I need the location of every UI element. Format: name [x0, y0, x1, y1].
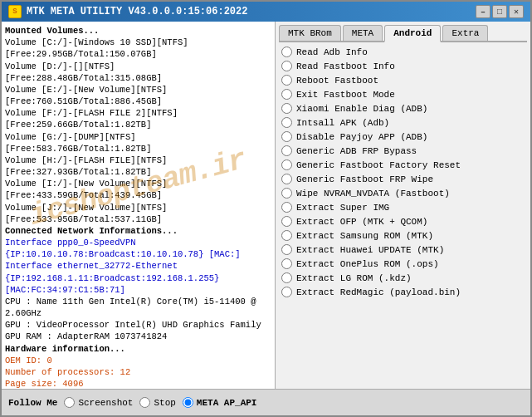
title-bar: S MTK META UTILITY V43.0.0.0:15:06:2022 … — [2, 2, 530, 22]
log-line: Interface ppp0_0-SpeedVPN {IP:10.10.10.7… — [5, 237, 271, 260]
log-line: Connected Network Informations... — [5, 225, 271, 237]
left-panel-wrapper: Mounted Volumes...Volume [C:/]-[Windows … — [2, 22, 276, 389]
log-line: Volume [C:/]-[Windows 10 SSD][NTFS] [Fre… — [5, 37, 271, 60]
meta-api-label[interactable]: META AP_API — [197, 398, 257, 408]
option-radio-11[interactable] — [281, 202, 292, 213]
follow-me-label: Follow Me — [8, 398, 57, 408]
stop-group: Stop — [139, 397, 175, 408]
radio-item[interactable]: Extract OnePlus ROM (.ops) — [279, 258, 527, 270]
option-radio-7[interactable] — [281, 145, 292, 156]
window-title: MTK META UTILITY V43.0.0.0:15:06:2022 — [27, 6, 247, 17]
option-radio-16[interactable] — [281, 272, 292, 283]
radio-item[interactable]: Extract Huawei UPDATE (MTK) — [279, 243, 527, 256]
option-label[interactable]: Extract Super IMG — [296, 203, 389, 213]
log-line: CPU : Name 11th Gen Intel(R) Core(TM) i5… — [5, 296, 271, 319]
log-line: Volume [G:/]-[DUMP][NTFS] [Free:583.76GB… — [5, 131, 271, 155]
option-label[interactable]: Extract RedMagic (payload.bin) — [296, 287, 461, 297]
radio-list: Read Adb InfoRead Fastboot InfoReboot Fa… — [279, 46, 527, 385]
radio-item[interactable]: Extract Super IMG — [279, 201, 527, 213]
option-label[interactable]: Extract OFP (MTK + QCOM) — [296, 217, 427, 227]
maximize-button[interactable]: □ — [492, 5, 507, 18]
main-window: S MTK META UTILITY V43.0.0.0:15:06:2022 … — [0, 0, 532, 417]
radio-item[interactable]: Reboot Fastboot — [279, 74, 527, 86]
radio-item[interactable]: Disable Payjoy APP (ADB) — [279, 130, 527, 143]
tabs-row: MTK BRomMETAAndroidExtra — [279, 25, 527, 42]
option-label[interactable]: Extract LG ROM (.kdz) — [296, 273, 412, 283]
option-radio-8[interactable] — [281, 159, 292, 170]
option-label[interactable]: Extract Samsung ROM (MTK) — [296, 231, 433, 241]
log-line: Hardware information... — [5, 343, 271, 355]
option-label[interactable]: Extract OnePlus ROM (.ops) — [296, 259, 439, 269]
option-label[interactable]: Generic Fastboot Factory Reset — [296, 160, 461, 170]
option-radio-4[interactable] — [281, 103, 292, 114]
title-bar-left: S MTK META UTILITY V43.0.0.0:15:06:2022 — [8, 5, 247, 18]
meta-api-group: META AP_API — [183, 397, 257, 408]
log-line: Volume [H:/]-[FLASH FILE][NTFS] [Free:32… — [5, 155, 271, 178]
app-icon: S — [8, 5, 22, 18]
option-label[interactable]: Generic Fastboot FRP Wipe — [296, 174, 433, 184]
stop-radio[interactable] — [139, 397, 150, 408]
option-radio-3[interactable] — [281, 89, 292, 100]
tab-mtk-brom[interactable]: MTK BRom — [279, 25, 341, 41]
option-label[interactable]: Generic ADB FRP Bypass — [296, 146, 417, 156]
main-content: Mounted Volumes...Volume [C:/]-[Windows … — [2, 22, 530, 389]
log-line: OEM ID: 0 — [5, 355, 271, 366]
log-line: Number of processors: 12 — [5, 366, 271, 378]
screenshot-radio[interactable] — [64, 397, 75, 408]
log-line: Interface ethernet_32772-Ethernet {IP:19… — [5, 260, 271, 296]
log-line: GPU RAM : AdapterRAM 1073741824 — [5, 331, 271, 342]
option-label[interactable]: Read Adb Info — [296, 47, 368, 57]
screenshot-group: Screenshot — [64, 397, 133, 408]
radio-item[interactable]: Extract RedMagic (payload.bin) — [279, 286, 527, 298]
radio-item[interactable]: Exit Fastboot Mode — [279, 88, 527, 101]
tab-meta[interactable]: META — [343, 25, 383, 41]
screenshot-label[interactable]: Screenshot — [78, 398, 133, 408]
radio-item[interactable]: Intsall APK (Adb) — [279, 116, 527, 129]
radio-item[interactable]: Extract LG ROM (.kdz) — [279, 272, 527, 284]
option-radio-0[interactable] — [281, 47, 292, 57]
log-panel: Mounted Volumes...Volume [C:/]-[Windows … — [2, 22, 276, 389]
radio-item[interactable]: Read Fastboot Info — [279, 60, 527, 72]
option-radio-1[interactable] — [281, 61, 292, 71]
radio-item[interactable]: Wipe NVRAM_NVDATA (Fastboot) — [279, 187, 527, 199]
option-radio-5[interactable] — [281, 117, 292, 128]
option-label[interactable]: Reboot Fastboot — [296, 76, 378, 86]
option-radio-17[interactable] — [281, 287, 292, 297]
radio-item[interactable]: Generic Fastboot Factory Reset — [279, 159, 527, 171]
option-radio-13[interactable] — [281, 230, 292, 241]
minimize-button[interactable]: – — [476, 5, 491, 18]
option-label[interactable]: Xiaomi Enable Diag (ADB) — [296, 104, 427, 114]
option-radio-12[interactable] — [281, 216, 292, 227]
option-label[interactable]: Extract Huawei UPDATE (MTK) — [296, 245, 444, 255]
radio-item[interactable]: Extract Samsung ROM (MTK) — [279, 229, 527, 242]
radio-item[interactable]: Read Adb Info — [279, 46, 527, 58]
option-label[interactable]: Wipe NVRAM_NVDATA (Fastboot) — [296, 189, 450, 199]
option-radio-10[interactable] — [281, 188, 292, 199]
title-controls: – □ ✕ — [476, 5, 524, 18]
stop-label[interactable]: Stop — [154, 398, 175, 408]
option-label[interactable]: Exit Fastboot Mode — [296, 90, 395, 100]
log-line: Page size: 4096 — [5, 378, 271, 389]
meta-api-radio[interactable] — [183, 397, 193, 408]
radio-item[interactable]: Generic ADB FRP Bypass — [279, 145, 527, 157]
radio-item[interactable]: Generic Fastboot FRP Wipe — [279, 173, 527, 185]
option-radio-9[interactable] — [281, 174, 292, 184]
log-line: Volume [F:/]-[FLASH FILE 2][NTFS] [Free:… — [5, 107, 271, 130]
option-radio-2[interactable] — [281, 75, 292, 86]
log-line: Volume [D:/]-[][NTFS] [Free:288.48GB/Tot… — [5, 61, 271, 84]
tab-android[interactable]: Android — [384, 25, 441, 42]
option-radio-6[interactable] — [281, 131, 292, 142]
right-panel: MTK BRomMETAAndroidExtra Read Adb InfoRe… — [276, 22, 530, 389]
radio-item[interactable]: Extract OFP (MTK + QCOM) — [279, 215, 527, 228]
option-label[interactable]: Read Fastboot Info — [296, 61, 395, 71]
log-line: GPU : VideoProcessor Intel(R) UHD Graphi… — [5, 319, 271, 331]
option-radio-14[interactable] — [281, 244, 292, 255]
radio-item[interactable]: Xiaomi Enable Diag (ADB) — [279, 102, 527, 115]
log-line: Volume [I:/]-[New Volume][NTFS] [Free:43… — [5, 178, 271, 201]
log-line: Volume [E:/]-[New Volume][NTFS] [Free:76… — [5, 84, 271, 107]
close-button[interactable]: ✕ — [509, 5, 524, 18]
tab-extra[interactable]: Extra — [442, 25, 488, 41]
option-label[interactable]: Intsall APK (Adb) — [296, 118, 389, 128]
option-radio-15[interactable] — [281, 258, 292, 269]
option-label[interactable]: Disable Payjoy APP (ADB) — [296, 132, 427, 142]
